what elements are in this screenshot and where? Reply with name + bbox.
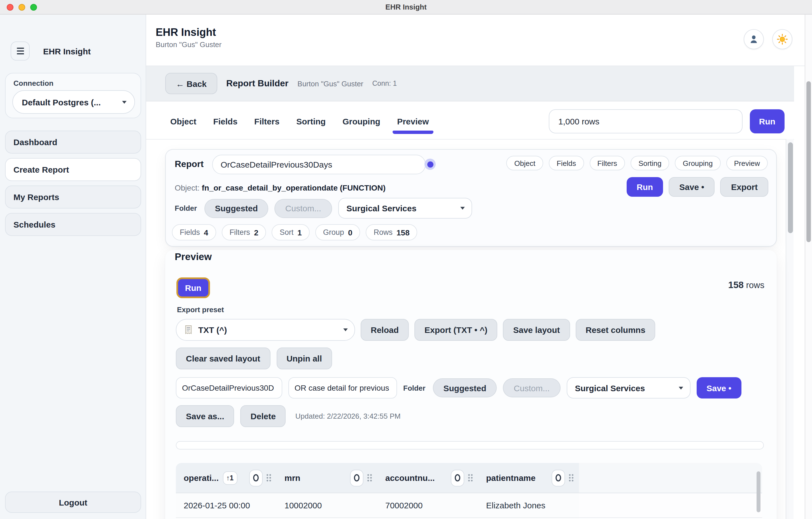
back-button[interactable]: ← Back [165, 73, 217, 94]
window-scrollbar[interactable] [805, 15, 812, 519]
sidebar-item-create-report[interactable]: Create Report [5, 158, 141, 181]
builder-tabs: Object Fields Filters Sorting Grouping P… [170, 108, 429, 134]
connection-label: Connection [13, 79, 54, 87]
preview-row-count: 158 rows [728, 280, 764, 290]
run-button-report[interactable]: Run [627, 177, 663, 197]
folder-label: Folder [403, 384, 425, 392]
reload-button[interactable]: Reload [360, 319, 409, 341]
preview-heading: Preview [175, 251, 212, 263]
column-header-patientname[interactable]: patientname [478, 463, 579, 493]
sidebar-item-my-reports[interactable]: My Reports [5, 186, 141, 209]
sort-order-badge[interactable]: ↑1 [223, 471, 237, 485]
report-name-input[interactable] [212, 155, 426, 174]
save-button-preview[interactable]: Save • [696, 377, 742, 399]
folder-custom-toggle[interactable]: Custom... [275, 199, 332, 218]
menu-toggle-button[interactable] [11, 42, 30, 60]
user-avatar-icon [749, 34, 759, 44]
tab-grouping[interactable]: Grouping [343, 108, 380, 134]
connection-card: Connection Default Postgres (... [5, 73, 141, 118]
run-button-top[interactable]: Run [750, 109, 785, 133]
chevron-down-icon [678, 386, 683, 389]
folder-select-preview[interactable]: Surgical Services [567, 377, 690, 399]
preview-controls-row: TXT (^) Reload Export (TXT • ^) Save lay… [176, 319, 656, 341]
export-preset-select[interactable]: TXT (^) [176, 319, 355, 341]
tab-preview[interactable]: Preview [397, 108, 429, 134]
reset-columns-button[interactable]: Reset columns [575, 319, 655, 341]
pill-sorting[interactable]: Sorting [631, 156, 669, 170]
export-preset-button[interactable]: Export (TXT • ^) [414, 319, 498, 341]
pill-fields[interactable]: Fields [549, 156, 584, 170]
run-button-preview[interactable]: Run [176, 277, 210, 298]
drag-handle-icon[interactable] [266, 473, 271, 482]
report-summary-card: Report Object Fields Filters Sorting Gro… [165, 149, 777, 247]
column-header-accountnumber[interactable]: accountnu... [377, 463, 478, 493]
table-vertical-scrollbar-thumb[interactable] [757, 471, 760, 512]
content-scrollbar[interactable] [786, 139, 793, 519]
theme-toggle-button[interactable] [772, 29, 792, 49]
save-as-button[interactable]: Save as... [176, 405, 234, 427]
save-report-row: Folder Suggested Custom... Surgical Serv… [176, 377, 742, 399]
row-limit-input[interactable] [549, 109, 743, 133]
receipt-icon [184, 325, 193, 335]
export-button-report[interactable]: Export [720, 177, 768, 197]
delete-button[interactable]: Delete [240, 405, 286, 427]
tab-object[interactable]: Object [170, 108, 196, 134]
tab-sorting[interactable]: Sorting [296, 108, 326, 134]
hamburger-icon [17, 48, 24, 49]
report-section-pills: Object Fields Filters Sorting Grouping P… [506, 156, 768, 170]
connection-select[interactable]: Default Postgres (... [12, 90, 135, 114]
tab-filters[interactable]: Filters [254, 108, 280, 134]
report-description-input[interactable] [288, 377, 397, 399]
window-scrollbar-thumb[interactable] [806, 81, 811, 242]
save-layout-button[interactable]: Save layout [503, 319, 570, 341]
table-horizontal-scrollbar[interactable] [176, 441, 764, 449]
report-object-value: fn_or_case_detail_by_operationdate (FUNC… [202, 183, 386, 192]
report-stats-row: Fields4 Filters2 Sort1 Group0 Rows158 [172, 224, 417, 241]
tab-fields[interactable]: Fields [213, 108, 237, 134]
folder-select[interactable]: Surgical Services [338, 198, 472, 219]
save-button-report[interactable]: Save • [669, 177, 715, 197]
column-header-operationdate[interactable]: operati... ↑1 [176, 463, 277, 493]
sidebar-item-schedules[interactable]: Schedules [5, 213, 141, 236]
folder-custom-toggle-preview[interactable]: Custom... [503, 378, 560, 398]
table-row[interactable] [176, 518, 762, 519]
pill-filters[interactable]: Filters [589, 156, 625, 170]
export-preset-label: Export preset [177, 305, 224, 314]
table-header-row: operati... ↑1 mrn [176, 463, 762, 493]
clear-saved-layout-button[interactable]: Clear saved layout [176, 348, 270, 370]
folder-suggested-toggle[interactable]: Suggested [204, 199, 268, 218]
pin-column-icon[interactable] [451, 469, 464, 486]
close-window-icon[interactable] [7, 4, 13, 11]
table-row[interactable]: 2026-01-25 00:00 10002000 70002000 Eliza… [176, 493, 762, 518]
drag-handle-icon[interactable] [569, 473, 574, 482]
report-name-small-input[interactable] [176, 377, 282, 399]
report-status-dot [425, 159, 436, 170]
zoom-window-icon[interactable] [30, 4, 37, 11]
pin-column-icon[interactable] [350, 469, 364, 486]
logout-button[interactable]: Logout [5, 492, 141, 513]
pill-grouping[interactable]: Grouping [675, 156, 721, 170]
pin-column-icon[interactable] [552, 469, 565, 486]
pin-column-icon[interactable] [249, 469, 263, 486]
export-preset-value: TXT (^) [198, 325, 338, 335]
drag-handle-icon[interactable] [367, 473, 372, 482]
pill-object[interactable]: Object [506, 156, 543, 170]
pill-preview[interactable]: Preview [726, 156, 768, 170]
unpin-all-button[interactable]: Unpin all [277, 348, 332, 370]
connection-select-value: Default Postgres (... [22, 97, 122, 107]
table-header-filler [579, 463, 762, 493]
content-scrollbar-thumb[interactable] [788, 142, 793, 233]
stat-sort: Sort1 [272, 224, 310, 241]
app-window: EHR Insight EHR Insight Connection Defau… [0, 0, 812, 519]
drag-handle-icon[interactable] [468, 473, 473, 482]
folder-suggested-toggle-preview[interactable]: Suggested [433, 378, 497, 398]
sidebar-app-title: EHR Insight [43, 47, 91, 56]
minimize-window-icon[interactable] [19, 4, 25, 11]
user-profile-button[interactable] [744, 29, 764, 49]
sidebar-item-dashboard[interactable]: Dashboard [5, 131, 141, 154]
main-content: EHR Insight Burton "Gus" Guster [146, 15, 812, 519]
updated-timestamp: Updated: 2/22/2026, 3:42:55 PM [295, 412, 401, 420]
column-header-mrn[interactable]: mrn [277, 463, 377, 493]
folder-select-preview-value: Surgical Services [575, 383, 673, 392]
report-folder-row: Folder Suggested Custom... Surgical Serv… [175, 198, 472, 219]
